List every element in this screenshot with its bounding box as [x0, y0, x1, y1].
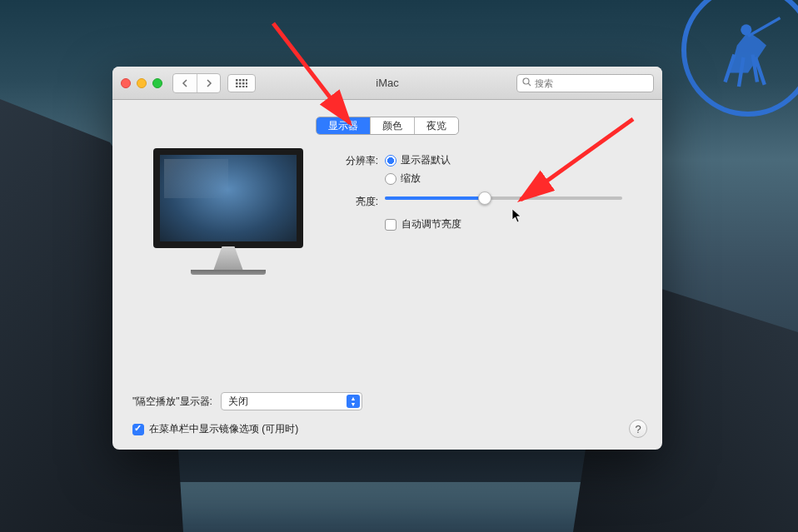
brightness-label: 亮度: [332, 194, 378, 209]
settings-panel: 分辨率: 显示器默认 缩放 亮度: [332, 148, 642, 382]
menubar-mirror-checkbox[interactable]: 在菜单栏中显示镜像选项 (可用时) [132, 422, 642, 436]
bottom-area: "隔空播放"显示器: 关闭 ▲▼ 在菜单栏中显示镜像选项 (可用时) [132, 382, 642, 436]
svg-point-14 [523, 78, 529, 84]
help-button[interactable]: ? [629, 420, 647, 438]
svg-rect-12 [242, 86, 245, 87]
svg-line-0 [748, 18, 781, 37]
titlebar: iMac [112, 67, 662, 100]
watermark-logo [681, 0, 798, 117]
forward-button[interactable] [197, 74, 220, 92]
traffic-lights [121, 78, 162, 88]
resolution-scaled-option[interactable]: 缩放 [385, 172, 451, 186]
dropdown-arrows-icon: ▲▼ [347, 395, 360, 408]
resolution-default-label: 显示器默认 [401, 153, 451, 167]
resolution-scaled-label: 缩放 [401, 172, 421, 186]
main-area: 分辨率: 显示器默认 缩放 亮度: [132, 148, 642, 382]
airplay-label: "隔空播放"显示器: [132, 395, 212, 409]
svg-point-1 [741, 24, 751, 35]
preferences-window: iMac 显示器 颜色 夜览 分辨率: [112, 67, 662, 450]
auto-brightness-label: 自动调节亮度 [401, 217, 461, 231]
resolution-label: 分辨率: [332, 153, 378, 168]
airplay-dropdown[interactable]: 关闭 ▲▼ [221, 392, 362, 410]
radio-icon [385, 173, 397, 185]
svg-rect-5 [246, 79, 247, 82]
nav-buttons [172, 73, 221, 93]
checkbox-icon [385, 219, 397, 231]
svg-rect-10 [236, 86, 238, 87]
back-button[interactable] [173, 74, 197, 92]
svg-rect-7 [239, 82, 242, 85]
show-all-button[interactable] [227, 74, 256, 92]
tab-display[interactable]: 显示器 [317, 117, 370, 134]
airplay-value: 关闭 [228, 395, 248, 409]
svg-rect-3 [239, 79, 242, 82]
svg-rect-13 [246, 86, 247, 87]
search-box[interactable] [516, 74, 654, 92]
svg-rect-11 [239, 86, 242, 87]
window-title: iMac [376, 77, 398, 89]
svg-rect-6 [236, 82, 238, 85]
content-area: 显示器 颜色 夜览 分辨率: 显示器默认 [112, 100, 662, 450]
radio-icon [385, 155, 397, 167]
checkbox-icon [132, 424, 144, 435]
svg-rect-4 [242, 79, 245, 82]
brightness-slider[interactable] [385, 194, 642, 200]
tab-night-shift[interactable]: 夜览 [414, 117, 458, 134]
tab-color[interactable]: 颜色 [370, 117, 414, 134]
grid-icon [236, 79, 247, 87]
svg-rect-8 [242, 82, 245, 85]
zoom-button[interactable] [152, 78, 162, 88]
search-input[interactable] [535, 78, 648, 88]
svg-line-15 [528, 83, 531, 86]
slider-thumb[interactable] [478, 191, 491, 205]
svg-rect-9 [246, 82, 247, 85]
cursor-icon [511, 208, 523, 226]
svg-rect-2 [236, 79, 238, 82]
search-icon [522, 77, 531, 88]
resolution-default-option[interactable]: 显示器默认 [385, 153, 451, 167]
menubar-mirror-label: 在菜单栏中显示镜像选项 (可用时) [149, 422, 298, 436]
chevron-left-icon [182, 79, 188, 87]
display-preview-icon [141, 148, 316, 298]
chevron-right-icon [206, 79, 212, 87]
minimize-button[interactable] [137, 78, 147, 88]
tab-bar: 显示器 颜色 夜览 [132, 117, 642, 135]
close-button[interactable] [121, 78, 131, 88]
